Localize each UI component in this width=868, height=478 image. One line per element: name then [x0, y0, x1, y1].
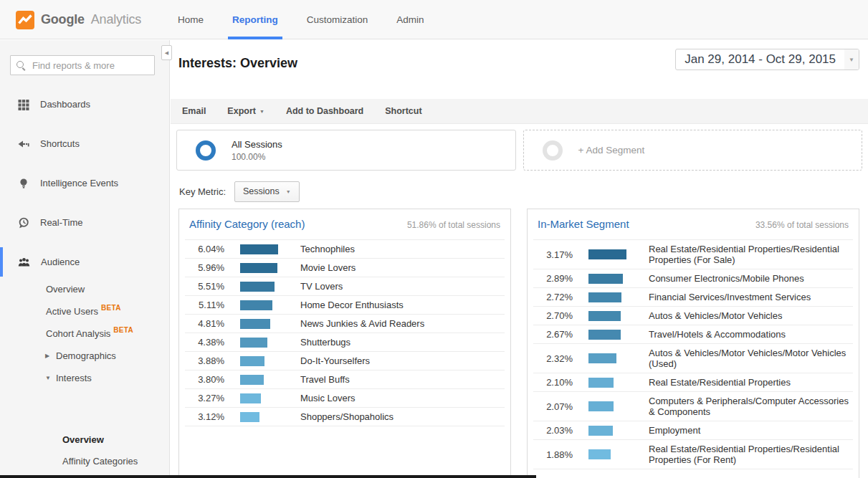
- add-to-dashboard-button[interactable]: Add to Dashboard: [286, 106, 363, 116]
- metric-label: Movie Lovers: [300, 262, 360, 273]
- email-button[interactable]: Email: [182, 106, 206, 116]
- nav-admin[interactable]: Admin: [396, 0, 424, 39]
- export-button[interactable]: Export ▼: [227, 106, 264, 116]
- metric-value: 2.32%: [533, 353, 573, 364]
- metric-bar: [588, 274, 623, 284]
- key-metric-dropdown[interactable]: Sessions ▼: [234, 181, 300, 202]
- metric-bar-track: [588, 378, 633, 388]
- logo-text-analytics: Analytics: [91, 12, 141, 27]
- key-metric-value: Sessions: [243, 186, 280, 196]
- report-content: Interests: Overview Jan 29, 2014 - Oct 2…: [171, 40, 868, 478]
- nav-reporting[interactable]: Reporting: [232, 0, 278, 39]
- metric-value: 3.12%: [185, 411, 224, 422]
- toolbar-label: Export: [227, 106, 256, 116]
- metric-value: 2.70%: [533, 310, 573, 321]
- sidebar-item-audience-overview[interactable]: Overview: [0, 278, 169, 300]
- metric-bar-track: [588, 249, 633, 259]
- metric-row: 2.89%Consumer Electronics/Mobile Phones: [533, 269, 853, 288]
- metric-value: 5.96%: [185, 262, 224, 273]
- report-search: [10, 55, 155, 75]
- metric-bar-track: [588, 449, 633, 459]
- nav-home[interactable]: Home: [178, 0, 204, 39]
- sidebar-item-shortcuts[interactable]: Shortcuts: [0, 124, 169, 163]
- sidebar-item-active-users[interactable]: Active Users BETA: [0, 300, 169, 322]
- metric-bar: [240, 263, 277, 273]
- shortcut-button[interactable]: Shortcut: [385, 106, 421, 116]
- bottom-screen-edge: [0, 475, 536, 478]
- metric-row: 2.03%Employment: [533, 421, 853, 440]
- toolbar-label: Email: [182, 106, 206, 116]
- panel-header: In-Market Segment 33.56% of total sessio…: [528, 209, 859, 239]
- in-market-bar-list: 3.17%Real Estate/Residential Properties/…: [533, 239, 853, 469]
- metric-label: Home Decor Enthusiasts: [300, 300, 408, 310]
- segment-donut-icon: [196, 140, 216, 161]
- metric-value: 4.38%: [185, 337, 224, 348]
- metric-bar-track: [588, 353, 633, 363]
- triangle-collapsed-icon: ▶: [45, 353, 52, 359]
- affinity-category-title-link[interactable]: Affinity Category (reach): [189, 218, 305, 230]
- metric-value: 2.07%: [533, 401, 573, 412]
- analytics-logo-icon: [16, 11, 34, 29]
- sidebar-item-cohort-analysis[interactable]: Cohort Analysis BETA: [0, 322, 169, 345]
- metric-bar: [240, 300, 272, 310]
- search-input[interactable]: [32, 56, 153, 75]
- metric-row: 6.04%Technophiles: [185, 240, 505, 259]
- metric-bar: [588, 249, 626, 259]
- beta-badge: BETA: [113, 326, 133, 334]
- sidebar-item-real-time[interactable]: Real-Time: [0, 203, 169, 242]
- metric-bar: [588, 292, 621, 302]
- caret-down-icon: ▼: [259, 109, 264, 114]
- affinity-total-sessions-share: 51.86% of total sessions: [407, 220, 500, 230]
- metric-value: 3.17%: [533, 249, 573, 260]
- metric-bar-track: [588, 292, 633, 302]
- add-segment-card[interactable]: + Add Segment: [523, 130, 863, 171]
- metric-bar-track: [240, 338, 285, 348]
- submenu-label: Overview: [46, 284, 85, 295]
- metric-row: 2.32%Autos & Vehicles/Motor Vehicles/Mot…: [533, 344, 853, 373]
- metric-row: 3.12%Shoppers/Shopaholics: [185, 408, 505, 426]
- dashboards-grid-icon: [18, 99, 29, 110]
- metric-row: 4.81%News Junkies & Avid Readers: [185, 315, 505, 333]
- metric-row: 2.07%Computers & Peripherals/Computer Ac…: [533, 392, 853, 421]
- sidebar-item-audience[interactable]: Audience: [0, 242, 169, 282]
- date-range-selector[interactable]: Jan 29, 2014 - Oct 29, 2015 ▼: [675, 49, 859, 70]
- sidebar-item-label: Audience: [41, 257, 80, 267]
- sidebar-item-interests[interactable]: ▼ Interests: [0, 367, 169, 389]
- sidebar-sections: Dashboards Shortcuts Intelligence Events: [0, 85, 169, 282]
- metric-value: 5.51%: [185, 281, 224, 292]
- sidebar-item-demographics[interactable]: ▶ Demographics: [0, 345, 169, 367]
- metric-row: 2.70%Autos & Vehicles/Motor Vehicles: [533, 307, 853, 325]
- in-market-segment-title-link[interactable]: In-Market Segment: [538, 218, 629, 230]
- submenu-label: Overview: [62, 434, 104, 445]
- toolbar-label: Shortcut: [385, 106, 421, 116]
- logo-text-google: Google: [41, 12, 85, 27]
- submenu-label: Demographics: [56, 350, 116, 361]
- nav-customization[interactable]: Customization: [307, 0, 368, 39]
- all-sessions-segment-card[interactable]: All Sessions 100.00%: [176, 130, 516, 171]
- metric-bar: [240, 393, 261, 403]
- affinity-bar-list: 6.04%Technophiles5.96%Movie Lovers5.51%T…: [185, 239, 505, 426]
- triangle-expanded-icon: ▼: [45, 375, 52, 381]
- sidebar-item-intelligence-events[interactable]: Intelligence Events: [0, 163, 169, 203]
- segment-bar: All Sessions 100.00% + Add Segment: [176, 130, 862, 171]
- metric-label: Autos & Vehicles/Motor Vehicles/Motor Ve…: [649, 348, 853, 369]
- sidebar-item-dashboards[interactable]: Dashboards: [0, 85, 169, 124]
- metric-row: 5.51%TV Lovers: [185, 277, 505, 296]
- metric-bar: [588, 330, 621, 340]
- metric-row: 3.88%Do-It-Yourselfers: [185, 352, 505, 371]
- sidebar-item-interests-overview[interactable]: Overview: [0, 429, 169, 450]
- sidebar-collapse-button[interactable]: ◀: [161, 45, 172, 60]
- metric-row: 1.88%Real Estate/Residential Properties/…: [533, 440, 853, 469]
- caret-down-icon: ▼: [844, 49, 859, 70]
- metric-bar-track: [588, 311, 633, 321]
- sidebar-item-affinity-categories[interactable]: Affinity Categories: [0, 450, 169, 472]
- caret-down-icon: ▼: [286, 189, 291, 194]
- metric-value: 1.88%: [533, 449, 573, 460]
- panel-header: Affinity Category (reach) 51.86% of tota…: [179, 209, 510, 239]
- metric-bar-track: [240, 356, 285, 366]
- page-title: Interests: Overview: [178, 56, 297, 71]
- toolbar-label: Add to Dashboard: [286, 106, 363, 116]
- metric-bar-track: [240, 263, 285, 273]
- metric-label: News Junkies & Avid Readers: [300, 318, 429, 329]
- google-analytics-logo[interactable]: Google Analytics: [16, 0, 141, 39]
